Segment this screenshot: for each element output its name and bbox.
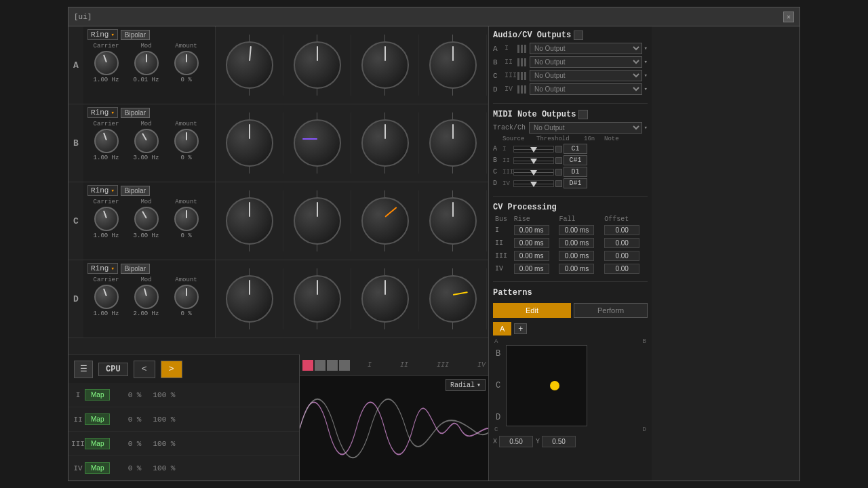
cv-rise-III[interactable] — [514, 251, 549, 261]
radial-button[interactable]: Radial ▾ — [446, 379, 486, 391]
cv-rise-IV[interactable] — [514, 264, 549, 274]
vis-knob-B-1[interactable] — [294, 119, 341, 167]
knob-D-mod[interactable] — [134, 285, 159, 309]
cpu-display: CPU — [98, 363, 128, 376]
vis-sq-2[interactable] — [327, 360, 338, 371]
vis-knob-A-2[interactable] — [361, 41, 409, 89]
note-checkbox-B[interactable] — [555, 157, 562, 164]
edit-button[interactable]: Edit — [493, 303, 571, 318]
vis-knob-B-3[interactable] — [429, 119, 477, 167]
cv-fall-III[interactable] — [559, 251, 594, 261]
vis-knob-D-3[interactable] — [429, 275, 477, 323]
bus-pct1-II: 0 % — [114, 415, 141, 424]
audio-cv-select-D[interactable]: No Output — [530, 83, 642, 95]
lfo-row-A: A Ring ▾ Bipolar Carrier 1.00 Hz Mod 0.0… — [68, 26, 488, 104]
vis-knob-A-0[interactable] — [226, 41, 273, 89]
vis-knob-D-1[interactable] — [294, 275, 341, 323]
vis-sq-0[interactable] — [302, 360, 313, 371]
cv-offset-III[interactable] — [604, 251, 639, 261]
midi-note-checkbox[interactable] — [578, 110, 588, 119]
audio-cv-select-A[interactable]: No Output — [530, 43, 642, 54]
knob-C-carrier[interactable] — [94, 207, 119, 231]
note-checkbox-D[interactable] — [555, 180, 562, 187]
map-btn-III[interactable]: Map — [85, 438, 110, 449]
bus-num-III: III — [71, 440, 85, 448]
knob-A-carrier[interactable] — [94, 51, 119, 75]
row-type-A[interactable]: Ring ▾ — [87, 29, 118, 40]
midi-note-header: MIDI Note Outputs — [493, 110, 648, 119]
vis-knob-C-0[interactable] — [226, 197, 273, 245]
vis-knob-D-2[interactable] — [361, 275, 409, 323]
bus-pct1-III: 0 % — [114, 440, 141, 448]
row-type-C[interactable]: Ring ▾ — [87, 185, 118, 196]
x-value-input[interactable] — [499, 436, 533, 447]
xy-pad[interactable] — [506, 345, 587, 426]
knob-C-mod[interactable] — [134, 207, 159, 231]
bottom-left: ☰ CPU < > I Map 0 % — [68, 354, 300, 481]
knob-group-A-amount: Amount 0 % — [167, 43, 205, 83]
pattern-letter-b[interactable]: B — [493, 348, 503, 360]
cv-fall-I[interactable] — [559, 225, 594, 235]
prev-button[interactable]: < — [134, 361, 155, 378]
waveform-area: Radial ▾ — [300, 376, 488, 481]
cv-rise-I[interactable] — [514, 225, 549, 235]
vis-knob-C-1[interactable] — [294, 197, 341, 245]
note-checkbox-A[interactable] — [555, 146, 562, 152]
cv-rise-II[interactable] — [514, 238, 549, 248]
row-type-B[interactable]: Ring ▾ — [87, 107, 118, 118]
lfo-row-B: B Ring ▾ Bipolar Carrier 1.00 Hz Mod 3.0… — [68, 104, 488, 182]
bus-num-II: II — [71, 415, 85, 424]
knob-B-mod[interactable] — [134, 129, 159, 153]
row-label-C: C — [68, 216, 83, 226]
pattern-plus-button[interactable]: + — [514, 323, 527, 334]
midi-track-select[interactable]: No Output — [529, 122, 642, 134]
pattern-a-button[interactable]: A — [493, 322, 511, 336]
vis-knob-B-2[interactable] — [361, 119, 409, 167]
menu-button[interactable]: ☰ — [74, 361, 93, 378]
xy-pad-section: A B B C D C — [493, 338, 648, 447]
cv-fall-IV[interactable] — [559, 264, 594, 274]
cv-offset-II[interactable] — [604, 238, 639, 248]
audio-cv-checkbox[interactable] — [574, 30, 583, 40]
next-button[interactable]: > — [161, 361, 182, 378]
vis-knob-A-3[interactable] — [429, 41, 477, 89]
knob-C-amount[interactable] — [174, 207, 199, 231]
bus-num-IV: IV — [71, 464, 85, 472]
bipolar-btn-B[interactable]: Bipolar — [121, 108, 150, 118]
map-btn-IV[interactable]: Map — [85, 462, 110, 474]
vis-knob-C-2[interactable] — [361, 197, 409, 245]
vis-sq-3[interactable] — [339, 360, 350, 371]
vis-sq-1[interactable] — [315, 360, 326, 371]
cv-fall-II[interactable] — [559, 238, 594, 248]
knob-B-amount[interactable] — [174, 129, 199, 153]
pattern-letter-c[interactable]: C — [493, 380, 503, 392]
map-btn-I[interactable]: Map — [85, 389, 110, 401]
knob-A-amount[interactable] — [174, 51, 199, 75]
vis-col-A-0 — [216, 35, 283, 96]
audio-cv-select-B[interactable]: No Output — [530, 56, 642, 68]
bus-row-IV: IV Map 0 % 100 % — [68, 456, 299, 481]
row-type-D[interactable]: Ring ▾ — [87, 263, 118, 274]
close-button[interactable]: ✕ — [783, 12, 794, 22]
knob-D-amount[interactable] — [174, 285, 199, 309]
vis-knob-C-3[interactable] — [429, 197, 477, 245]
bipolar-btn-A[interactable]: Bipolar — [121, 30, 150, 40]
cv-offset-IV[interactable] — [604, 264, 639, 274]
vis-knob-B-0[interactable] — [226, 119, 273, 167]
knob-B-carrier[interactable] — [94, 129, 119, 153]
cv-offset-I[interactable] — [604, 225, 639, 235]
xy-ab-labels: A B — [493, 338, 648, 345]
vis-col-B-1 — [283, 113, 351, 174]
pattern-letter-d[interactable]: D — [493, 411, 503, 424]
knob-A-mod[interactable] — [134, 51, 159, 75]
knob-D-carrier[interactable] — [94, 285, 119, 309]
bipolar-btn-C[interactable]: Bipolar — [121, 186, 150, 196]
audio-cv-select-C[interactable]: No Output — [530, 70, 642, 81]
bipolar-btn-D[interactable]: Bipolar — [121, 264, 150, 274]
perform-button[interactable]: Perform — [574, 303, 648, 318]
y-value-input[interactable] — [542, 436, 576, 447]
note-checkbox-C[interactable] — [555, 169, 562, 176]
map-btn-II[interactable]: Map — [85, 413, 110, 425]
vis-knob-D-0[interactable] — [226, 275, 273, 323]
vis-knob-A-1[interactable] — [294, 41, 341, 89]
